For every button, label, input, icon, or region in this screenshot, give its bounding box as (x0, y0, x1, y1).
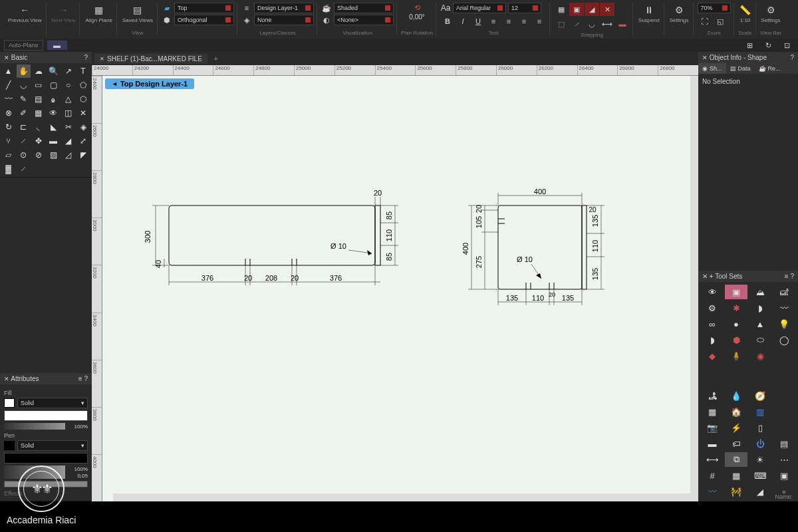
attributes-header[interactable]: ✕ Attributes≡ ? (0, 373, 92, 384)
ts-ramp[interactable]: ◢ (749, 484, 771, 499)
ts-site[interactable]: ⛰ (749, 285, 771, 299)
viewbar-btn1[interactable]: ⊞ (742, 39, 757, 52)
flyover-tool[interactable]: ☁ (31, 65, 45, 78)
ts-tag[interactable]: 🏷 (725, 436, 747, 451)
ts-hemisphere[interactable]: ◗ (701, 332, 724, 347)
tab-data[interactable]: ▤ Data (726, 63, 755, 74)
ts-cylinder[interactable]: ⬭ (749, 332, 771, 347)
ts-switch[interactable]: ⏻ (749, 436, 771, 451)
align-justify-button[interactable]: ≡ (532, 15, 547, 28)
ts-window[interactable]: ▥ (749, 404, 771, 419)
spiral-tool[interactable]: ๑ (47, 92, 61, 106)
ts-blank4[interactable] (773, 420, 795, 435)
snap-object-button[interactable]: ▣ (569, 3, 584, 16)
view-dropdown[interactable]: Top (174, 3, 234, 13)
horizontal-scrollbar[interactable] (113, 493, 698, 501)
pen-color-bar[interactable] (4, 453, 88, 464)
viewbar-btn3[interactable]: ⊡ (779, 39, 794, 52)
scale-button[interactable]: 📏1:10 (738, 3, 753, 25)
shear-tool[interactable]: ▱ (1, 148, 15, 162)
fill-style-dropdown[interactable]: Solid▾ (17, 398, 88, 408)
chamfer-tool[interactable]: ◣ (47, 120, 61, 134)
ts-hash[interactable]: # (701, 468, 724, 483)
mode-icon[interactable]: ▬ (47, 41, 67, 50)
ts-more[interactable]: ⋯ (773, 452, 795, 467)
ts-wave[interactable]: 〰 (773, 301, 795, 315)
snap-grid-button[interactable]: ▦ (554, 3, 569, 16)
zoom-fit-button[interactable]: ⛶ (698, 15, 712, 28)
polygon-tool[interactable]: ⬠ (76, 78, 90, 92)
ts-camera[interactable]: 📷 (701, 420, 724, 435)
next-view-button[interactable]: →Next View (51, 3, 77, 25)
arc-tool[interactable]: ◡ (17, 78, 31, 92)
ts-water[interactable]: 💧 (725, 388, 747, 403)
split-tool[interactable]: ⑂ (1, 134, 15, 148)
selection-tool[interactable]: ▲ (1, 65, 15, 78)
symbol-tool[interactable]: ◈ (76, 120, 90, 134)
ts-section[interactable]: ▣ (773, 468, 795, 483)
ts-fan[interactable]: ✱ (725, 301, 747, 315)
fill-color-bar[interactable] (4, 410, 88, 421)
visibility-tool[interactable]: 👁 (47, 106, 61, 120)
snap-smart-button[interactable]: ⬚ (554, 17, 569, 31)
move-tool[interactable]: ✥ (31, 134, 45, 148)
ts-sphere[interactable]: ● (725, 317, 747, 331)
viewbar-settings-button[interactable]: ⚙Settings (760, 3, 782, 25)
text-tool[interactable]: T (76, 65, 90, 78)
trim-tool[interactable]: ✂ (61, 120, 75, 134)
ts-bolt[interactable]: ⚡ (725, 420, 747, 435)
mirror-tool[interactable]: ◫ (61, 106, 75, 120)
object-info-header[interactable]: ✕ Object Info - Shape? (698, 52, 798, 63)
ts-barrier[interactable]: 🚧 (725, 484, 747, 499)
connect-tool[interactable]: ⟋ (17, 134, 31, 148)
ts-target[interactable]: ◉ (749, 348, 771, 363)
new-tab-button[interactable]: + (210, 55, 222, 63)
ts-column[interactable]: ▯ (749, 420, 771, 435)
hatch-tool[interactable]: ▨ (47, 148, 61, 162)
ts-curtain[interactable]: ◗ (749, 301, 771, 315)
layer-dropdown[interactable]: Design Layer-1 (254, 3, 314, 13)
zoom-tool[interactable]: 🔍 (47, 65, 61, 78)
no-tool[interactable]: ⊘ (31, 148, 45, 162)
font-size-dropdown[interactable]: 12 (508, 3, 541, 13)
fill-swatch[interactable] (4, 398, 15, 408)
tab-render[interactable]: ☕ Re... (755, 63, 785, 74)
ts-pool[interactable]: 〰 (701, 484, 724, 499)
render-style-dropdown[interactable]: <None> (334, 15, 394, 25)
ts-box[interactable]: ⬢ (725, 332, 747, 347)
triangle-tool[interactable]: △ (61, 92, 75, 106)
suspend-button[interactable]: ⏸Suspend (637, 3, 661, 25)
angle-tool[interactable]: ◿ (61, 148, 75, 162)
align-left-button[interactable]: ≡ (486, 15, 501, 28)
reshape-tool[interactable]: ↗ (61, 65, 75, 78)
projection-dropdown[interactable]: Orthogonal (174, 15, 234, 25)
ts-blank2[interactable] (773, 388, 795, 403)
ts-floor[interactable]: ▤ (773, 436, 795, 451)
ts-house[interactable]: 🏠 (725, 404, 747, 419)
bold-button[interactable]: B (440, 15, 455, 28)
align-tool[interactable]: ▬ (47, 134, 61, 148)
basic-panel-header[interactable]: ✕ Basic? (0, 52, 92, 63)
ts-grid[interactable]: ▦ (701, 404, 724, 419)
snap-angle-button[interactable]: ◢ (585, 3, 599, 16)
wall-tool[interactable]: ▓ (1, 162, 15, 176)
fill-opacity-slider[interactable] (4, 423, 65, 430)
align-plane-button[interactable]: ▦Align Plane (84, 3, 113, 25)
ts-person[interactable]: 🧍 (725, 348, 747, 363)
italic-button[interactable]: I (456, 15, 470, 28)
rotate-tool[interactable]: ↻ (1, 120, 15, 134)
snap-settings-button[interactable]: ⚙Settings (668, 3, 690, 25)
tool-sets-header[interactable]: ✕ + Tool Sets≡ ? (698, 271, 798, 282)
ts-ceiling[interactable]: ▬ (701, 436, 724, 451)
ts-keyboard[interactable]: ⌨ (749, 468, 771, 483)
ts-compass[interactable]: 🧭 (749, 388, 771, 403)
view-badge[interactable]: Top Design Layer-1 (105, 78, 194, 89)
fixed-point-tool[interactable]: ⊙ (17, 148, 31, 162)
snap-intersect-button[interactable]: ✕ (600, 3, 614, 16)
line-tool[interactable]: ╱ (1, 78, 15, 92)
align-center-button[interactable]: ≡ (501, 15, 516, 28)
ts-furniture[interactable]: 🛋 (773, 285, 795, 299)
double-line-tool[interactable]: ▤ (31, 92, 45, 106)
zoom-objects-button[interactable]: ◱ (713, 15, 728, 28)
pen-swatch[interactable] (4, 441, 15, 450)
